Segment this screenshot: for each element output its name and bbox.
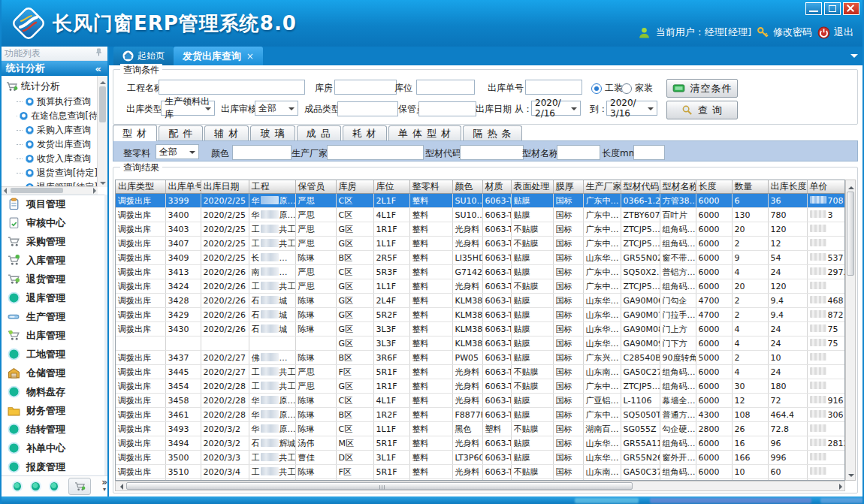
material-tab-6[interactable]: 耗 材: [343, 125, 387, 141]
length-input[interactable]: [633, 145, 665, 160]
table-vertical-scrollbar[interactable]: [845, 180, 856, 481]
dot-icon[interactable]: [32, 482, 39, 490]
material-tab-8[interactable]: 隔 热 条: [463, 125, 521, 141]
warehouse-input[interactable]: [334, 80, 397, 95]
date-from-select[interactable]: 2020/ 2/16: [531, 101, 581, 116]
table-row[interactable]: 调拨出库34292020/2/26石城陈琳G区5R2F整料KLM38176063…: [116, 308, 845, 322]
column-header[interactable]: 膜厚: [553, 180, 583, 194]
dot-icon[interactable]: [50, 482, 58, 490]
table-row[interactable]: 调拨出库34032020/2/25工共工程严思G区1R1F整料光身料6063-T…: [116, 222, 845, 237]
close-button[interactable]: [843, 2, 859, 15]
search-button[interactable]: 查 询: [666, 101, 738, 119]
column-header[interactable]: 出库类型: [116, 180, 165, 194]
column-header[interactable]: 出库日期: [201, 180, 249, 194]
tab-list-dropdown-icon[interactable]: [850, 54, 858, 62]
profile-name-input[interactable]: [557, 145, 600, 160]
table-row[interactable]: 调拨出库34542020/2/28工共工程严思G区1R1F整料光身料6063-T…: [116, 379, 845, 394]
column-header[interactable]: 保管员: [295, 180, 336, 194]
dot-icon[interactable]: [14, 482, 21, 490]
logout-button[interactable]: 退出: [817, 26, 853, 39]
date-to-select[interactable]: 2020/ 3/16: [606, 101, 657, 116]
tree-item[interactable]: 退货查询[待定]: [0, 166, 98, 180]
table-row[interactable]: 调拨出库34242020/2/26工共工程严思G区1L1F整料光身料6063-T…: [116, 279, 845, 294]
clear-conditions-button[interactable]: 清空条件: [666, 79, 738, 98]
column-header[interactable]: 单价: [807, 180, 845, 194]
audit-select[interactable]: 全部: [255, 101, 298, 116]
profile-code-input[interactable]: [460, 145, 524, 160]
column-header[interactable]: 型材代码: [621, 180, 660, 194]
module-item-项目管理[interactable]: 项目管理: [0, 195, 104, 213]
table-row[interactable]: 调拨出库34452020/2/27工共工程严思F区5R1F整料光身料6063-T…: [116, 365, 845, 379]
column-header[interactable]: 整零料: [409, 180, 452, 194]
column-header[interactable]: 库房: [336, 180, 373, 194]
radio-gongzhuang[interactable]: 工装: [591, 82, 623, 95]
tab-home[interactable]: 起始页: [113, 47, 174, 65]
scroll-right-arrow-icon[interactable]: [839, 484, 845, 490]
module-item-退库管理[interactable]: 退库管理: [0, 288, 104, 307]
column-header[interactable]: 材质: [482, 180, 511, 194]
tree-item[interactable]: 采购入库查询: [0, 123, 98, 137]
order-no-input[interactable]: [525, 80, 582, 95]
table-row[interactable]: 调拨出库34372020/2/27佛…陈琳B区3R6F整料PW056063-T5…: [116, 351, 845, 365]
module-item-报废管理[interactable]: 报废管理: [0, 457, 104, 476]
project-name-input[interactable]: [159, 80, 305, 95]
column-header[interactable]: 工程: [249, 180, 295, 194]
scroll-down-arrow-icon[interactable]: [100, 182, 106, 188]
table-row[interactable]: 调拨出库34002020/2/25华原…严思C区4L1F整料SU10…6063-…: [116, 208, 845, 222]
tree-item[interactable]: 预算执行查询: [0, 95, 98, 109]
table-row[interactable]: 调拨出库34932020/3/2华原…陈琳C区1L1F整料黑色塑料不贴膜国标湖南…: [116, 422, 845, 436]
column-header[interactable]: 出库长度: [768, 180, 807, 194]
cart-shortcut-button[interactable]: [68, 478, 91, 495]
module-item-退货管理[interactable]: 退货管理: [0, 270, 104, 288]
scroll-down-arrow-icon[interactable]: [848, 474, 854, 480]
scroll-left-arrow-icon[interactable]: [117, 484, 123, 490]
column-header[interactable]: 出库单号: [165, 180, 201, 194]
scroll-thumb[interactable]: [11, 188, 63, 193]
table-row[interactable]: 调拨出库34942020/3/2石辉城汤伟M区5R1F整料光身料6063-T5贴…: [116, 436, 845, 451]
tree-item[interactable]: 收货入库查询: [0, 152, 98, 166]
material-tab-3[interactable]: 辅 材: [204, 125, 249, 141]
table-row[interactable]: 调拨出库34282020/2/26石城陈琳G区2L4F整料KLM38176063…: [116, 294, 845, 308]
scroll-up-arrow-icon[interactable]: [848, 183, 854, 189]
material-tab-7[interactable]: 单 体 型 材: [388, 125, 461, 141]
module-item-入库管理[interactable]: 入库管理: [0, 251, 104, 270]
tree-vertical-scrollbar[interactable]: [97, 76, 107, 187]
module-item-工地管理[interactable]: 工地管理: [0, 345, 104, 364]
table-row[interactable]: G区3L3F整料KLM38176063-T5贴膜国标山东华…GA90M09.门下…: [116, 337, 845, 351]
material-tab-5[interactable]: 成 品: [297, 125, 341, 141]
product-type-input[interactable]: [337, 101, 398, 116]
tab-shipment-query[interactable]: 发货出库查询 ×: [174, 47, 263, 65]
table-row[interactable]: 调拨出库34612020/2/28华原…陈琳B区1R2F整料F8877FT606…: [116, 408, 845, 422]
material-tab-2[interactable]: 配 件: [159, 125, 203, 141]
module-item-结转管理[interactable]: 结转管理: [0, 420, 104, 439]
table-row[interactable]: 调拨出库35002020/3/3工共工程曹佳D区3L1F整料LT3P606063…: [116, 451, 845, 465]
collapse-chevron-icon[interactable]: «: [95, 63, 101, 74]
keeper-input[interactable]: [418, 101, 476, 116]
scroll-up-arrow-icon[interactable]: [100, 78, 106, 84]
maximize-button[interactable]: [824, 2, 841, 15]
column-header[interactable]: 型材名称: [660, 180, 696, 194]
module-item-补单中心[interactable]: 补单中心: [0, 439, 104, 457]
module-item-仓储管理[interactable]: 仓储管理: [0, 364, 104, 382]
table-row[interactable]: 调拨出库34582020/2/28华原…陈琳C区4L1F整料光身料6063-T5…: [116, 394, 845, 408]
material-tab-4[interactable]: 玻 璃: [250, 125, 295, 141]
module-item-出库管理[interactable]: 出库管理: [0, 326, 104, 345]
section-header-statistics[interactable]: 统计分析 «: [0, 61, 107, 76]
change-password-button[interactable]: 修改密码: [757, 26, 812, 39]
table-row[interactable]: 调拨出库35102020/3/4工共工程陈琳F区5R1F整料光身料6063-T5…: [116, 465, 845, 479]
table-row[interactable]: 调拨出库34132020/2/26南…严思C区5R3F整料G714226063-…: [116, 265, 845, 279]
tree-item[interactable]: 发货出库查询: [0, 137, 98, 152]
module-item-物料盘存[interactable]: 物料盘存: [0, 382, 104, 401]
pin-icon[interactable]: [95, 48, 103, 59]
column-header[interactable]: 生产厂家: [583, 180, 621, 194]
out-type-select[interactable]: 生产领料出库: [161, 101, 215, 116]
module-item-采购管理[interactable]: 采购管理: [0, 232, 104, 251]
table-horizontal-scrollbar[interactable]: [115, 481, 845, 491]
tree-horizontal-scrollbar[interactable]: [0, 186, 98, 195]
module-scrollbar[interactable]: [104, 195, 107, 481]
color-input[interactable]: [232, 145, 292, 160]
more-modules-button[interactable]: » ▾: [101, 479, 107, 493]
column-header[interactable]: 数量: [732, 180, 768, 194]
material-tab-1[interactable]: 型 材: [113, 125, 157, 141]
column-header[interactable]: 长度: [696, 180, 732, 194]
